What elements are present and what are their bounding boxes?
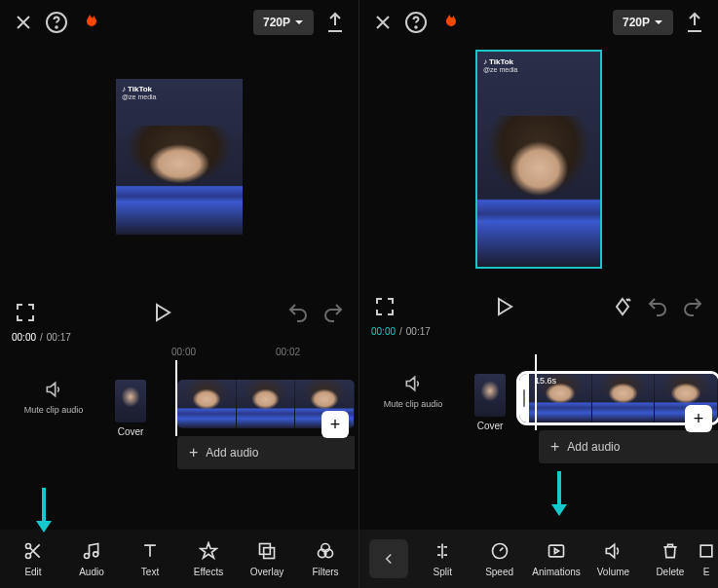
preview-controls — [0, 298, 359, 327]
music-note-icon — [82, 541, 101, 561]
mute-label: Mute clip audio — [384, 399, 443, 409]
resolution-selector[interactable]: 720P — [613, 10, 673, 35]
fullscreen-icon[interactable] — [14, 301, 37, 324]
editor-panel-edit-mode: 720P ♪TikTok @ze media — [359, 0, 718, 588]
clip-handle-left[interactable] — [519, 374, 529, 423]
resolution-selector[interactable]: 720P — [253, 10, 314, 35]
svg-rect-6 — [260, 543, 271, 554]
tool-effects[interactable]: Effects — [179, 541, 238, 577]
tool-animations[interactable]: Animations — [528, 541, 585, 577]
undo-icon[interactable] — [286, 301, 310, 324]
tool-delete[interactable]: Delete — [642, 541, 699, 577]
time-sep: / — [40, 332, 43, 343]
svg-rect-15 — [700, 545, 712, 557]
help-icon[interactable] — [45, 11, 68, 34]
timecode: 00:00 / 00:17 — [0, 327, 359, 347]
preview-clip-selected[interactable]: ♪TikTok @ze media — [475, 50, 602, 269]
preview-area: ♪TikTok @ze media — [0, 45, 359, 298]
chevron-down-icon — [654, 18, 663, 27]
svg-point-1 — [56, 26, 57, 28]
tool-volume[interactable]: Volume — [585, 541, 641, 577]
volume-icon — [603, 541, 623, 561]
preview-area: ♪TikTok @ze media — [359, 45, 718, 292]
clip-duration-label: 15.6s — [535, 376, 556, 386]
star-icon — [199, 541, 218, 561]
add-audio-label: Add audio — [206, 446, 258, 459]
back-button[interactable] — [369, 539, 408, 578]
topbar: 720P — [359, 0, 718, 45]
add-clip-button[interactable]: + — [685, 405, 712, 432]
svg-point-12 — [415, 26, 417, 28]
watermark: ♪TikTok @ze media — [483, 57, 518, 73]
cover-label: Cover — [118, 426, 144, 437]
undo-icon[interactable] — [646, 295, 669, 318]
text-icon — [140, 541, 160, 561]
tick-label: 00:02 — [276, 347, 300, 357]
watermark: ♪TikTok @ze media — [122, 85, 157, 100]
add-audio-button[interactable]: + Add audio — [177, 436, 355, 469]
export-icon[interactable] — [683, 11, 706, 34]
filters-icon — [316, 541, 335, 561]
time-duration: 00:17 — [406, 326, 431, 337]
time-sep: / — [399, 326, 402, 337]
close-icon[interactable] — [12, 11, 35, 34]
svg-point-5 — [94, 551, 98, 556]
fullscreen-icon[interactable] — [373, 295, 397, 318]
mute-clip-audio[interactable]: Mute clip audio — [359, 354, 467, 409]
svg-rect-7 — [264, 547, 275, 558]
cover-label: Cover — [477, 421, 504, 431]
time-duration: 00:17 — [47, 332, 71, 343]
cover-thumbnail — [474, 374, 506, 417]
tool-edit[interactable]: Edit — [4, 541, 62, 577]
add-clip-button[interactable]: + — [321, 411, 349, 438]
mute-label: Mute clip audio — [24, 405, 84, 415]
tool-speed[interactable]: Speed — [471, 541, 527, 577]
split-icon — [433, 541, 452, 561]
chevron-down-icon — [294, 18, 304, 27]
playhead[interactable] — [535, 354, 537, 430]
preview-clip[interactable]: ♪TikTok @ze media — [116, 79, 243, 235]
play-icon[interactable] — [150, 301, 173, 324]
play-box-icon — [547, 541, 566, 561]
timeline[interactable]: Mute clip audio Cover 15.6s + + — [359, 341, 718, 487]
time-current: 00:00 — [371, 326, 396, 337]
generic-icon — [697, 541, 716, 561]
add-audio-button[interactable]: + Add audio — [539, 430, 718, 463]
time-current: 00:00 — [12, 332, 36, 343]
speaker-icon — [44, 380, 63, 399]
tool-audio[interactable]: Audio — [62, 541, 121, 577]
svg-rect-14 — [549, 545, 564, 557]
mute-clip-audio[interactable]: Mute clip audio — [0, 360, 107, 415]
tool-filters[interactable]: Filters — [296, 541, 355, 577]
flame-icon[interactable] — [437, 11, 461, 34]
export-icon[interactable] — [323, 11, 347, 34]
overlay-icon — [257, 541, 277, 561]
flame-icon[interactable] — [78, 11, 101, 34]
resolution-label: 720P — [263, 16, 290, 29]
tool-overlay[interactable]: Overlay — [238, 541, 296, 577]
tool-more[interactable]: E — [699, 541, 714, 577]
cover-selector[interactable]: Cover — [467, 354, 513, 431]
gauge-icon — [490, 541, 510, 561]
help-icon[interactable] — [404, 11, 428, 34]
redo-icon[interactable] — [681, 295, 704, 318]
tool-split[interactable]: Split — [414, 541, 471, 577]
tick-label: 00:00 — [171, 347, 196, 357]
close-icon[interactable] — [371, 11, 395, 34]
edit-toolbar: Split Speed Animations Volume Delete E — [359, 530, 718, 588]
editor-panel-main: 720P ♪TikTok @ze media — [0, 0, 359, 588]
timecode: 00:00 / 00:17 — [359, 321, 718, 341]
cover-selector[interactable]: Cover — [107, 360, 154, 437]
add-audio-label: Add audio — [567, 440, 620, 454]
scissors-icon — [23, 541, 43, 561]
resolution-label: 720P — [623, 16, 650, 29]
playhead[interactable] — [175, 360, 177, 436]
tool-text[interactable]: Text — [121, 541, 179, 577]
speaker-icon — [403, 374, 423, 393]
chevron-left-icon — [380, 550, 397, 568]
redo-icon[interactable] — [321, 301, 345, 324]
keyframe-icon[interactable] — [611, 295, 634, 318]
timeline[interactable]: 00:00 00:02 Mute clip audio Cover + — [0, 347, 359, 493]
play-icon[interactable] — [492, 295, 515, 318]
cover-thumbnail — [115, 380, 146, 423]
